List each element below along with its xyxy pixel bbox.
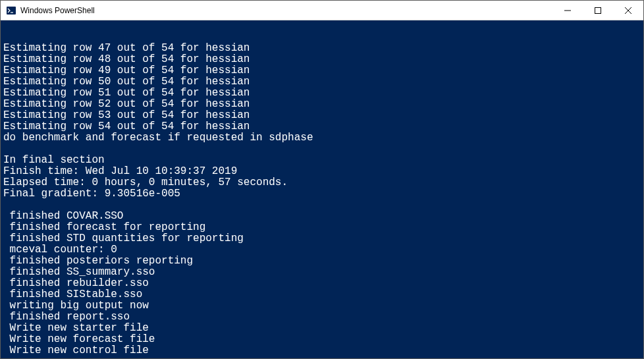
- terminal-line: Estimating row 48 out of 54 for hessian: [3, 54, 641, 65]
- terminal-line: mceval counter: 0: [3, 244, 641, 256]
- svg-rect-3: [595, 7, 601, 13]
- terminal-line: Estimating row 50 out of 54 for hessian: [3, 76, 641, 88]
- terminal[interactable]: Estimating row 47 out of 54 for hessianE…: [1, 20, 643, 358]
- terminal-line: finished SIStable.sso: [3, 289, 641, 300]
- terminal-line: [3, 200, 641, 211]
- terminal-line: Write new forecast file: [3, 334, 641, 345]
- terminal-line: In final section: [3, 155, 641, 166]
- minimize-icon: [564, 7, 571, 14]
- terminal-line: [3, 144, 641, 155]
- terminal-line: finished SS_summary.sso: [3, 267, 641, 278]
- terminal-line: Elapsed time: 0 hours, 0 minutes, 57 sec…: [3, 177, 641, 188]
- terminal-line: Estimating row 52 out of 54 for hessian: [3, 99, 641, 110]
- powershell-icon: [6, 5, 16, 16]
- terminal-line: Estimating row 49 out of 54 for hessian: [3, 65, 641, 76]
- terminal-line: finished posteriors reporting: [3, 256, 641, 267]
- terminal-line: Estimating row 51 out of 54 for hessian: [3, 88, 641, 99]
- window-title: Windows PowerShell: [20, 6, 552, 15]
- terminal-line: writing big output now: [3, 300, 641, 312]
- window: Windows PowerShell Estimating row 47 out: [0, 0, 644, 359]
- svg-rect-0: [7, 7, 16, 14]
- terminal-line: [3, 356, 641, 358]
- terminal-output: Estimating row 47 out of 54 for hessianE…: [3, 43, 641, 358]
- terminal-line: finished COVAR.SSO: [3, 211, 641, 222]
- terminal-line: Final gradient: 9.30516e-005: [3, 188, 641, 200]
- maximize-button[interactable]: [583, 1, 613, 20]
- minimize-button[interactable]: [552, 1, 583, 20]
- terminal-line: finished rebuilder.sso: [3, 278, 641, 289]
- terminal-line: do benchmark and forecast if requested i…: [3, 132, 641, 144]
- terminal-line: Estimating row 54 out of 54 for hessian: [3, 121, 641, 132]
- close-button[interactable]: [613, 1, 643, 20]
- terminal-line: Estimating row 47 out of 54 for hessian: [3, 43, 641, 54]
- terminal-line: finished STD quantities for reporting: [3, 233, 641, 244]
- terminal-line: Write new control file: [3, 345, 641, 356]
- terminal-line: finished forecast for reporting: [3, 222, 641, 233]
- maximize-icon: [595, 7, 601, 14]
- terminal-line: Write new starter file: [3, 323, 641, 334]
- window-controls: [552, 1, 643, 20]
- terminal-line: Finish time: Wed Jul 10 10:39:37 2019: [3, 166, 641, 177]
- terminal-line: finished report.sso: [3, 312, 641, 323]
- terminal-line: Estimating row 53 out of 54 for hessian: [3, 110, 641, 121]
- titlebar[interactable]: Windows PowerShell: [1, 1, 643, 20]
- close-icon: [625, 7, 631, 14]
